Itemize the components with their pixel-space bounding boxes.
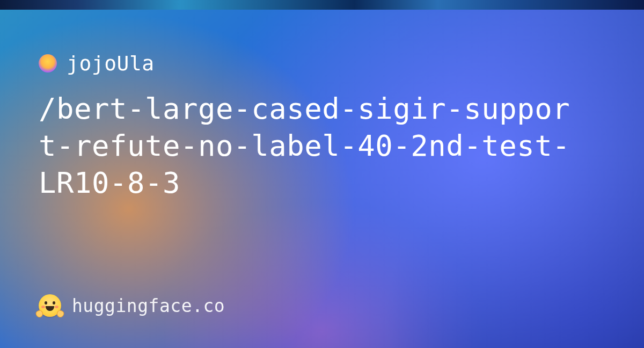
site-name: huggingface.co — [72, 295, 225, 316]
huggingface-logo-icon — [39, 294, 61, 317]
author-row: jojoUla — [39, 52, 605, 75]
model-name: /bert-large-cased-sigir-support-refute-n… — [39, 90, 586, 201]
author-name: jojoUla — [67, 52, 155, 75]
footer: huggingface.co — [39, 294, 225, 317]
author-avatar — [39, 54, 57, 73]
